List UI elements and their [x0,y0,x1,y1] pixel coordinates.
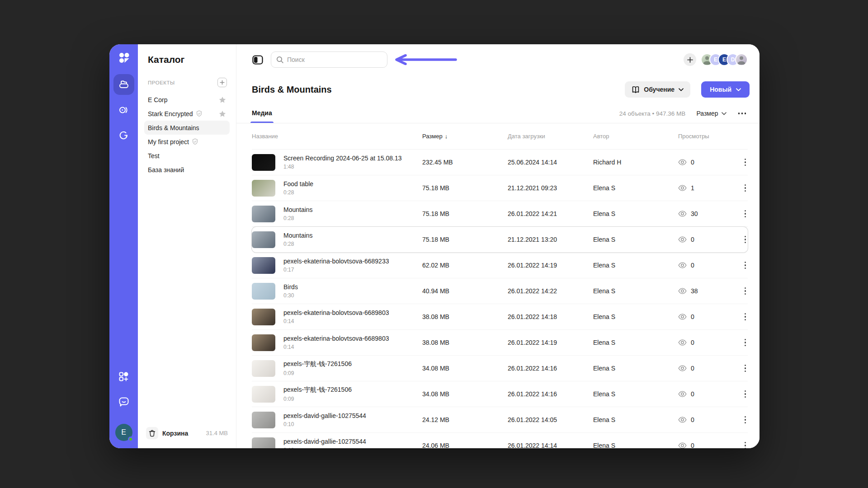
column-size[interactable]: Размер ↓ [422,133,508,140]
row-menu-button[interactable] [743,311,748,323]
media-thumbnail[interactable] [252,283,275,300]
media-author: Richard H [593,159,678,166]
annotation-arrow [393,54,458,65]
column-name[interactable]: Название [252,133,422,140]
column-author[interactable]: Автор [593,133,678,140]
media-row[interactable]: Screen Recording 2024-06-25 at 15.08.13 … [252,150,748,175]
sidebar-project-item[interactable]: Birds & Mountains [144,121,230,135]
media-row[interactable]: Mountains 0:28 75.18 MB 21.12.2021 13:20… [252,227,748,253]
catalog-nav-button[interactable] [113,74,134,95]
guide-nav-button[interactable] [113,125,134,145]
row-menu-button[interactable] [743,234,748,245]
media-row[interactable]: Food table 0:28 75.18 MB 21.12.2021 09:2… [252,175,748,201]
add-project-button[interactable] [217,78,227,87]
sidebar-project-item[interactable]: База знаний [144,163,230,177]
more-options-button[interactable] [737,111,747,116]
media-duration: 0:14 [283,344,389,350]
media-thumbnail[interactable] [252,206,275,222]
media-row[interactable]: pexels-ekaterina-bolovtsova-6689233 0:17… [252,253,748,278]
eye-icon [678,185,687,191]
sidebar-title: Каталог [148,54,226,65]
media-thumbnail[interactable] [252,154,275,171]
row-menu-button[interactable] [743,440,748,448]
row-menu-button[interactable] [743,389,748,400]
tab-media[interactable]: Медиа [252,109,272,123]
media-row[interactable]: Birds 0:30 40.94 MB 26.01.2022 14:22 Ele… [252,278,748,304]
row-menu-button[interactable] [743,208,748,220]
online-status-dot [128,436,133,442]
views-count: 0 [691,313,694,320]
column-views[interactable]: Просмотры [678,133,738,140]
media-row[interactable]: pexels-宇航-钱-7261506 0:09 34.08 MB 26.01.… [252,381,748,407]
favorite-star-icon[interactable] [219,96,226,103]
sidebar-toggle-button[interactable] [252,54,264,66]
app-window: E Каталог ПРОЕКТЫ E Corp Stark Encrypted [109,44,760,448]
row-menu-button[interactable] [743,157,748,168]
chat-button[interactable] [113,391,134,412]
member-avatar-initial: E [722,56,726,63]
projects-section-label: ПРОЕКТЫ [148,80,175,85]
media-thumbnail[interactable] [252,180,275,197]
sidebar-project-item[interactable]: My first project [144,135,230,149]
new-button[interactable]: Новый [701,81,750,98]
media-thumbnail[interactable] [252,386,275,403]
media-thumbnail[interactable] [252,437,275,449]
eye-icon [678,314,687,320]
row-menu-button[interactable] [743,286,748,297]
row-menu-button[interactable] [743,414,748,426]
media-duration: 0:14 [283,318,389,324]
media-thumbnail[interactable] [252,257,275,274]
media-author: Elena S [593,262,678,269]
member-avatar[interactable] [735,53,748,66]
media-upload-date: 26.01.2022 14:19 [508,339,593,346]
nav-rail: E [109,44,138,448]
media-upload-date: 26.01.2022 14:16 [508,390,593,398]
row-menu-button[interactable] [743,363,748,374]
eye-icon [678,442,687,448]
sort-dropdown[interactable]: Размер [696,110,726,117]
media-size: 232.45 MB [422,159,508,166]
media-duration: 0:17 [283,267,389,273]
media-row[interactable]: pexels-ekaterina-bolovtsova-6689803 0:14… [252,330,748,356]
column-date[interactable]: Дата загрузки [508,133,593,140]
media-thumbnail[interactable] [252,309,275,325]
row-menu-button[interactable] [743,337,748,348]
trash-button[interactable]: Корзина 31.4 MB [144,427,230,439]
row-menu-button[interactable] [743,260,748,271]
user-avatar[interactable]: E [115,424,132,441]
media-thumbnail[interactable] [252,334,275,351]
apps-add-button[interactable] [113,366,134,387]
eye-icon [678,339,687,346]
new-button-label: Новый [710,86,731,93]
views-count: 0 [691,442,694,448]
views-count: 0 [691,236,694,243]
views-count: 0 [691,262,694,269]
favorite-star-icon[interactable] [219,110,226,117]
media-thumbnail[interactable] [252,360,275,377]
member-avatar-initial: D [731,56,735,63]
sidebar-project-item[interactable]: E Corp [144,93,230,107]
search-box[interactable] [271,52,387,68]
media-row[interactable]: pexels-ekaterina-bolovtsova-6689803 0:14… [252,304,748,330]
media-author: Elena S [593,390,678,398]
media-size: 34.08 MB [422,390,508,398]
main-panel: E E D [236,44,760,448]
search-input[interactable] [287,56,382,63]
media-author: Elena S [593,442,678,448]
media-row[interactable]: pexels-david-gallie-10275544 0:10 24.12 … [252,407,748,433]
media-thumbnail[interactable] [252,231,275,248]
live-nav-button[interactable] [113,99,134,120]
media-row[interactable]: pexels-宇航-钱-7261506 0:09 34.08 MB 26.01.… [252,356,748,381]
sidebar-project-item[interactable]: Stark Encrypted [144,107,230,121]
media-thumbnail[interactable] [252,412,275,428]
page-title: Birds & Mountains [252,84,332,95]
row-menu-button[interactable] [743,183,748,194]
media-row[interactable]: pexels-david-gallie-10275544 0:10 24.06 … [252,433,748,448]
sidebar-project-item[interactable]: Test [144,149,230,163]
invite-plus-button[interactable] [684,53,696,66]
media-size: 40.94 MB [422,287,508,295]
media-row[interactable]: Mountains 0:28 75.18 MB 26.01.2022 14:21… [252,201,748,227]
library-button[interactable]: Обучение [625,81,690,98]
media-duration: 0:09 [283,370,352,376]
media-name: pexels-ekaterina-bolovtsova-6689803 [283,309,389,316]
